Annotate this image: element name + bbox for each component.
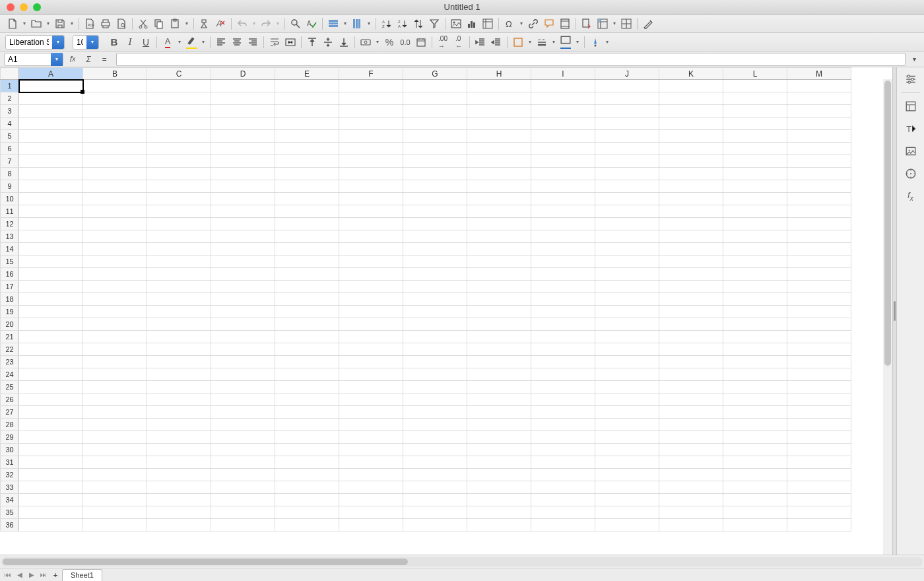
cell-J9[interactable] xyxy=(595,180,659,193)
cell-I10[interactable] xyxy=(531,193,595,205)
cell-C33[interactable] xyxy=(147,481,211,494)
tab-first-button[interactable]: ⏮ xyxy=(3,570,13,580)
cell-A25[interactable] xyxy=(19,381,83,393)
cell-I4[interactable] xyxy=(531,118,595,130)
row-header-11[interactable]: 11 xyxy=(1,205,19,218)
row-header-26[interactable]: 26 xyxy=(1,393,19,406)
cell-F21[interactable] xyxy=(339,331,403,343)
cell-C22[interactable] xyxy=(147,343,211,356)
format-percent-button[interactable]: % xyxy=(382,35,397,50)
cell-K27[interactable] xyxy=(659,406,723,419)
cell-A1[interactable] xyxy=(19,80,83,92)
cell-B14[interactable] xyxy=(83,243,147,256)
cell-I14[interactable] xyxy=(531,243,595,256)
cell-L25[interactable] xyxy=(723,381,787,393)
cell-F31[interactable] xyxy=(339,456,403,469)
cell-A15[interactable] xyxy=(19,256,83,268)
sort-ascending-button[interactable]: AZ xyxy=(380,17,394,31)
column-header-K[interactable]: K xyxy=(659,68,723,80)
cell-G10[interactable] xyxy=(403,193,467,205)
cell-F28[interactable] xyxy=(339,419,403,431)
tab-next-button[interactable]: ▶ xyxy=(26,570,37,580)
cell-I22[interactable] xyxy=(531,343,595,356)
cell-L4[interactable] xyxy=(723,118,787,130)
cell-J13[interactable] xyxy=(595,230,659,243)
cell-reference-input[interactable] xyxy=(5,55,51,64)
row-header-24[interactable]: 24 xyxy=(1,368,19,381)
spellcheck-button[interactable]: A xyxy=(304,17,319,31)
cell-B24[interactable] xyxy=(83,368,147,381)
cell-G12[interactable] xyxy=(403,218,467,230)
cell-D7[interactable] xyxy=(211,155,275,168)
cell-I27[interactable] xyxy=(531,406,595,419)
cell-G7[interactable] xyxy=(403,155,467,168)
row-header-4[interactable]: 4 xyxy=(1,118,19,130)
cell-D33[interactable] xyxy=(211,481,275,494)
column-header-C[interactable]: C xyxy=(147,68,211,80)
cell-K13[interactable] xyxy=(659,230,723,243)
cell-B1[interactable] xyxy=(83,80,147,92)
cell-A28[interactable] xyxy=(19,419,83,431)
cell-M4[interactable] xyxy=(787,118,851,130)
cell-E20[interactable] xyxy=(275,318,339,331)
cell-B20[interactable] xyxy=(83,318,147,331)
cell-E19[interactable] xyxy=(275,306,339,318)
freeze-panes-dropdown[interactable]: ▾ xyxy=(611,17,618,31)
cell-I36[interactable] xyxy=(531,519,595,531)
cell-F5[interactable] xyxy=(339,130,403,143)
formula-expand-button[interactable]: ▾ xyxy=(908,53,920,66)
cell-F11[interactable] xyxy=(339,205,403,218)
styles-panel-icon[interactable]: T xyxy=(902,120,920,138)
conditional-format-dropdown[interactable]: ▾ xyxy=(604,35,610,50)
cell-G6[interactable] xyxy=(403,143,467,155)
cell-I1[interactable] xyxy=(531,80,595,92)
cell-F17[interactable] xyxy=(339,281,403,293)
cell-F20[interactable] xyxy=(339,318,403,331)
cell-H34[interactable] xyxy=(467,494,531,506)
cell-E5[interactable] xyxy=(275,130,339,143)
row-header-3[interactable]: 3 xyxy=(1,105,19,118)
cell-K18[interactable] xyxy=(659,293,723,306)
row-header-29[interactable]: 29 xyxy=(1,431,19,444)
cell-H17[interactable] xyxy=(467,281,531,293)
cell-I33[interactable] xyxy=(531,481,595,494)
cell-D22[interactable] xyxy=(211,343,275,356)
cell-J11[interactable] xyxy=(595,205,659,218)
cell-G32[interactable] xyxy=(403,469,467,481)
cell-L28[interactable] xyxy=(723,419,787,431)
cell-L1[interactable] xyxy=(723,80,787,92)
format-date-button[interactable] xyxy=(414,35,428,50)
cell-F27[interactable] xyxy=(339,406,403,419)
cell-K1[interactable] xyxy=(659,80,723,92)
sheet-tab-1[interactable]: Sheet1 xyxy=(62,569,102,581)
cell-E24[interactable] xyxy=(275,368,339,381)
cell-B30[interactable] xyxy=(83,444,147,456)
cell-H14[interactable] xyxy=(467,243,531,256)
cell-B28[interactable] xyxy=(83,419,147,431)
find-replace-button[interactable] xyxy=(288,17,303,31)
cell-D11[interactable] xyxy=(211,205,275,218)
export-pdf-button[interactable]: PDF xyxy=(82,17,97,31)
cell-E10[interactable] xyxy=(275,193,339,205)
cell-E13[interactable] xyxy=(275,230,339,243)
cell-F2[interactable] xyxy=(339,92,403,105)
sort-descending-button[interactable]: ZA xyxy=(395,17,410,31)
column-header-I[interactable]: I xyxy=(531,68,595,80)
cell-D16[interactable] xyxy=(211,268,275,281)
cell-J4[interactable] xyxy=(595,118,659,130)
cell-K35[interactable] xyxy=(659,506,723,519)
cell-G35[interactable] xyxy=(403,506,467,519)
cell-F8[interactable] xyxy=(339,168,403,180)
cell-K6[interactable] xyxy=(659,143,723,155)
cell-A34[interactable] xyxy=(19,494,83,506)
cell-K14[interactable] xyxy=(659,243,723,256)
cell-D17[interactable] xyxy=(211,281,275,293)
cell-D9[interactable] xyxy=(211,180,275,193)
cell-M18[interactable] xyxy=(787,293,851,306)
highlight-color-dropdown[interactable]: ▾ xyxy=(200,35,207,50)
increase-indent-button[interactable] xyxy=(473,35,488,50)
cell-K22[interactable] xyxy=(659,343,723,356)
cell-C8[interactable] xyxy=(147,168,211,180)
cell-L6[interactable] xyxy=(723,143,787,155)
clear-formatting-button[interactable]: A xyxy=(213,17,228,31)
